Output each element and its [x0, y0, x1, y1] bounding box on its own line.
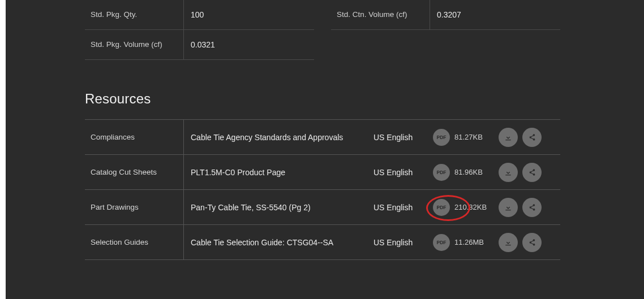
pdf-badge-icon: PDF	[433, 199, 450, 216]
download-icon	[504, 203, 513, 212]
download-button[interactable]	[499, 128, 518, 147]
spec-row: Std. Pkg. Volume (cf) 0.0321	[85, 29, 314, 60]
share-icon	[528, 168, 536, 176]
specifications-area: Std. Pkg. Qty. 100 Std. Pkg. Volume (cf)…	[85, 0, 639, 60]
spec-label: Std. Pkg. Volume (cf)	[85, 30, 184, 59]
pdf-badge-icon: PDF	[433, 129, 450, 146]
resource-size: 81.27KB	[454, 133, 495, 141]
resource-language: US English	[373, 168, 433, 177]
download-icon	[504, 168, 513, 177]
product-page: Std. Pkg. Qty. 100 Std. Pkg. Volume (cf)…	[6, 0, 644, 299]
resource-row: Catalog Cut Sheets PLT1.5M-C0 Product Pa…	[85, 155, 560, 190]
download-button[interactable]	[499, 233, 518, 252]
resource-size: 81.96KB	[454, 168, 495, 176]
page-background-sliver	[0, 0, 6, 299]
resources-heading: Resources	[85, 91, 639, 107]
resource-language: US English	[373, 133, 433, 142]
spec-column-right: Std. Ctn. Volume (cf) 0.3207	[331, 0, 560, 30]
share-icon	[528, 203, 536, 211]
share-button[interactable]	[522, 198, 542, 217]
spec-row: Std. Ctn. Volume (cf) 0.3207	[331, 0, 560, 30]
resource-category: Selection Guides	[85, 225, 184, 259]
download-icon	[504, 238, 513, 247]
spec-row: Std. Pkg. Qty. 100	[85, 0, 314, 30]
resource-language: US English	[373, 238, 433, 247]
spec-value: 0.3207	[430, 0, 467, 29]
resource-category: Part Drawings	[85, 190, 184, 224]
resource-title[interactable]: PLT1.5M-C0 Product Page	[184, 168, 373, 177]
download-button[interactable]	[499, 198, 518, 217]
spec-label: Std. Pkg. Qty.	[85, 0, 184, 29]
share-icon	[528, 239, 536, 246]
spec-column-left: Std. Pkg. Qty. 100 Std. Pkg. Volume (cf)…	[85, 0, 314, 60]
resource-category: Compliances	[85, 120, 184, 154]
resource-title[interactable]: Cable Tie Agency Standards and Approvals	[184, 133, 373, 142]
pdf-badge-icon: PDF	[433, 164, 450, 181]
download-icon	[504, 133, 513, 142]
download-button[interactable]	[499, 163, 518, 182]
share-button[interactable]	[522, 128, 542, 147]
resources-table: Compliances Cable Tie Agency Standards a…	[85, 119, 560, 260]
share-button[interactable]	[522, 233, 542, 252]
resource-language: US English	[373, 203, 433, 212]
spec-label: Std. Ctn. Volume (cf)	[331, 0, 430, 29]
resource-size: 210.32KB	[454, 203, 495, 211]
resource-size: 11.26MB	[454, 238, 495, 246]
resource-row: Part Drawings Pan-Ty Cable Tie, SS-5540 …	[85, 190, 560, 225]
share-button[interactable]	[522, 163, 542, 182]
pdf-badge-icon: PDF	[433, 234, 450, 251]
share-icon	[528, 133, 536, 141]
resource-category: Catalog Cut Sheets	[85, 155, 184, 189]
spec-value: 0.0321	[184, 30, 221, 59]
resource-row: Selection Guides Cable Tie Selection Gui…	[85, 225, 560, 260]
resource-title[interactable]: Cable Tie Selection Guide: CTSG04--SA	[184, 238, 373, 247]
resource-title[interactable]: Pan-Ty Cable Tie, SS-5540 (Pg 2)	[184, 203, 373, 212]
spec-value: 100	[184, 0, 209, 29]
resource-row: Compliances Cable Tie Agency Standards a…	[85, 120, 560, 155]
